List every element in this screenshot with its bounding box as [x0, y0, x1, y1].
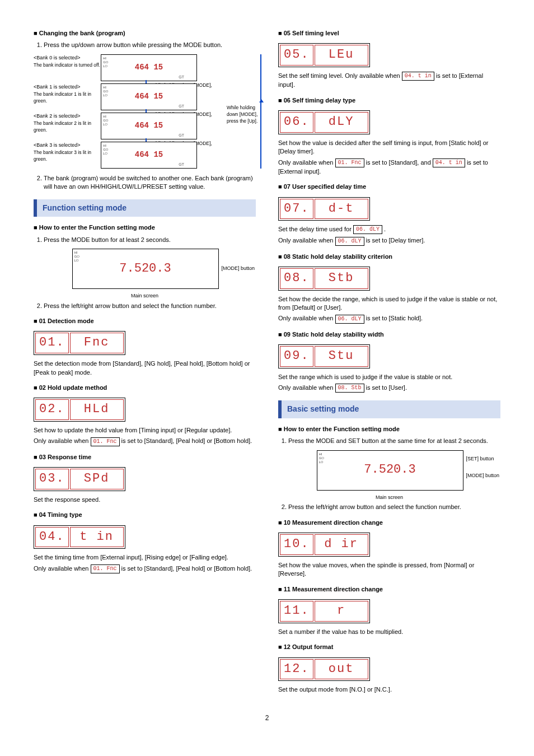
segment-display: 09. Stu	[278, 344, 370, 368]
f03-desc: Set the response speed.	[34, 496, 256, 504]
f02-desc: Set how to update the hold value from [T…	[34, 426, 256, 435]
function-mode-banner: Function setting mode	[34, 199, 256, 217]
annot-set-button: [SET] button	[466, 455, 508, 463]
heading-howto-basic: How to enter the Function setting mode	[278, 425, 500, 433]
step-text: Press the left/right arrow button and se…	[44, 302, 256, 310]
bank-selected-label: <Bank 1 is selected>	[34, 83, 101, 91]
step-text: Press the up/down arrow button while pre…	[44, 41, 256, 49]
inline-ref: 08. Stb	[335, 384, 364, 393]
f09-avail: Only available when 08. Stb is set to [U…	[278, 384, 500, 393]
f06-desc: Set how the value is decided after the s…	[278, 139, 500, 156]
f07-desc: Set the delay time used for 06. dLY .	[278, 225, 500, 234]
page-number: 2	[34, 713, 500, 723]
heading-f04: 04 Timing type	[34, 511, 256, 519]
heading-f11: 11 Measurement direction change	[278, 585, 500, 594]
inline-ref: 04. t in	[402, 72, 434, 81]
bank-indicator-note: The bank indicator 2 is lit in green.	[34, 120, 101, 134]
inline-ref: 01. Fnc	[91, 564, 120, 573]
inline-ref: 01. Fnc	[91, 437, 120, 446]
bank-selected-label: <Bank 2 is selected>	[34, 113, 101, 120]
bank-indicator-note: The bank indicator is turned off.	[34, 62, 101, 69]
f04-avail: Only available when 01. Fnc is set to [S…	[34, 564, 256, 573]
segment-display: 08. Stb	[278, 267, 370, 291]
segment-display: 10. d ir	[278, 533, 370, 557]
bank-indicator-note: The bank indicator 3 is lit in green.	[34, 150, 101, 163]
device-graphic: HIGOLO 464 15	[101, 83, 197, 110]
segment-display: 04. t in	[34, 525, 125, 549]
segment-display: 12. out	[278, 657, 370, 682]
f04-desc: Set the timing time from [External input…	[34, 553, 256, 562]
heading-f06: 06 Self timing delay type	[278, 96, 500, 105]
inline-ref: 06. dLY	[335, 315, 364, 324]
f09-desc: Set the range which is used to judge if …	[278, 373, 500, 381]
device-graphic-large: HIGOLO 7.520.3 [SET] button [MODE] butto…	[317, 450, 463, 491]
step-text: Press the MODE and SET button at the sam…	[288, 437, 500, 445]
segment-display: 05. LEu	[278, 43, 370, 67]
f02-avail: Only available when 01. Fnc is set to [S…	[34, 437, 256, 446]
segment-display: 01. Fnc	[34, 331, 125, 355]
bank-indicator-note: The bank indicator 1 is lit in green.	[34, 91, 101, 105]
inline-ref: 04. t in	[433, 158, 465, 167]
segment-display: 11. r	[278, 599, 370, 623]
heading-f07: 07 User specified delay time	[278, 183, 500, 191]
segment-display: 02. HLd	[34, 398, 125, 422]
bank-selected-label: <Bank 0 is selected>	[34, 54, 101, 62]
heading-changing-bank: Changing the bank (program)	[34, 29, 256, 38]
step-text: Press the left/right arrow button and se…	[288, 503, 500, 511]
heading-howto-function: How to enter the Function setting mode	[34, 223, 256, 232]
inline-ref: 06. dLY	[335, 237, 364, 246]
basic-mode-banner: Basic setting mode	[278, 400, 500, 418]
heading-f08: 08 Static hold delay stability criterion	[278, 253, 500, 261]
f06-avail: Only available when 01. Fnc is set to [S…	[278, 158, 500, 176]
heading-f05: 05 Self timing level	[278, 29, 500, 38]
annot-mode-button: [MODE] button	[222, 265, 263, 272]
step-text: The bank (program) would be switched to …	[44, 174, 256, 192]
device-graphic-large: HIGOLO 7.520.3 [MODE] button	[72, 249, 219, 289]
inline-ref: 01. Fnc	[335, 158, 364, 167]
f01-desc: Set the detection mode from [Standard], …	[34, 360, 256, 377]
heading-f12: 12 Output format	[278, 643, 500, 651]
segment-display: 03. SPd	[34, 467, 125, 491]
annot-mode-button: [MODE] button	[466, 472, 508, 479]
main-screen-caption: Main screen	[72, 292, 218, 300]
device-graphic: HIGOLO 464 15	[101, 142, 197, 169]
heading-f09: 09 Static hold delay stability width	[278, 330, 500, 339]
step-text: Press the MODE button for at least 2 sec…	[44, 236, 256, 244]
f07-avail: Only available when 06. dLY is set to [D…	[278, 236, 500, 245]
f08-avail: Only available when 06. dLY is set to [S…	[278, 314, 500, 323]
inline-ref: 06. dLY	[353, 225, 382, 234]
segment-display: 06. dLY	[278, 110, 370, 134]
f12-desc: Set the output mode from [N.O.] or [N.C.…	[278, 685, 500, 694]
bank-selected-label: <Bank 3 is selected>	[34, 142, 101, 149]
heading-f03: 03 Response time	[34, 453, 256, 461]
segment-display: 07. d-t	[278, 197, 370, 221]
f08-desc: Set how the decide the range, which is u…	[278, 295, 500, 312]
device-graphic: HIGOLO 464 15	[101, 113, 197, 139]
main-screen-caption: Main screen	[317, 494, 462, 501]
device-graphic: HIGOLO 464 15	[101, 54, 197, 81]
f11-desc: Set a number if the value has to be mult…	[278, 628, 500, 636]
f05-desc: Set the self timing level. Only availabl…	[278, 72, 500, 89]
f10-desc: Set how the value moves, when the spindl…	[278, 561, 500, 578]
heading-f01: 01 Detection mode	[34, 317, 256, 325]
bank-diagram: While holding down [MODE], press the [Up…	[34, 54, 256, 169]
heading-f02: 02 Hold update method	[34, 384, 256, 392]
heading-f10: 10 Measurement direction change	[278, 519, 500, 527]
